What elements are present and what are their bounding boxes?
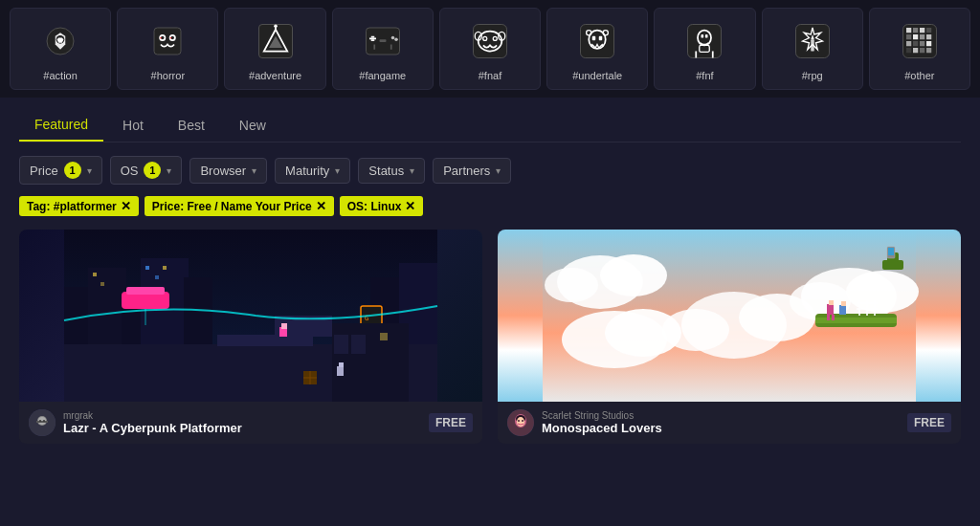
rpg-icon xyxy=(790,18,835,64)
svg-point-102 xyxy=(43,420,45,422)
tag-other-label: #other xyxy=(904,70,934,81)
games-grid: G MEAT xyxy=(19,230,961,444)
remove-os-icon[interactable]: ✕ xyxy=(405,199,415,213)
other-icon xyxy=(897,18,943,64)
remove-tag-icon[interactable]: ✕ xyxy=(121,199,131,213)
svg-rect-2 xyxy=(154,28,181,55)
fnf-icon xyxy=(681,18,727,64)
svg-rect-75 xyxy=(155,275,159,279)
tab-featured[interactable]: Featured xyxy=(19,109,103,142)
svg-rect-124 xyxy=(827,315,830,320)
tag-fangame[interactable]: #fangame xyxy=(332,8,434,90)
svg-point-114 xyxy=(605,309,681,357)
tab-new[interactable]: New xyxy=(224,109,281,142)
game-info-lazr: mrgrak Lazr - A Cyberpunk Platformer FRE… xyxy=(19,402,482,444)
game-price-monospaced: FREE xyxy=(907,413,951,432)
svg-rect-92 xyxy=(337,366,344,376)
active-filter-price[interactable]: Price: Free / Name Your Price ✕ xyxy=(145,196,334,216)
svg-rect-40 xyxy=(705,34,708,38)
svg-rect-52 xyxy=(906,34,911,39)
game-info-monospaced: Scarlet String Studios Monospaced Lovers… xyxy=(498,402,961,444)
tab-best[interactable]: Best xyxy=(163,109,220,142)
svg-point-106 xyxy=(545,268,598,302)
svg-rect-17 xyxy=(369,38,376,40)
tag-rpg[interactable]: #rpg xyxy=(762,8,863,90)
svg-point-105 xyxy=(600,254,667,296)
svg-rect-131 xyxy=(888,248,894,255)
horror-icon xyxy=(145,18,190,64)
fangame-icon xyxy=(360,18,406,64)
svg-point-8 xyxy=(170,37,172,39)
game-avatar-monospaced xyxy=(507,409,534,436)
status-chevron-icon: ▾ xyxy=(410,165,414,176)
remove-price-icon[interactable]: ✕ xyxy=(316,199,326,213)
svg-rect-45 xyxy=(811,39,814,51)
tag-horror[interactable]: #horror xyxy=(117,8,218,90)
adventure-icon xyxy=(253,18,299,64)
game-details-lazr: mrgrak Lazr - A Cyberpunk Platformer xyxy=(63,410,421,435)
svg-rect-59 xyxy=(926,41,931,46)
svg-point-13 xyxy=(274,25,278,29)
game-thumbnail-lazr: G MEAT xyxy=(19,230,482,402)
filter-maturity-label: Maturity xyxy=(285,164,329,178)
tag-fnaf[interactable]: #fnaf xyxy=(439,8,541,90)
svg-rect-58 xyxy=(920,41,924,46)
active-filters: Tag: #platformer ✕ Price: Free / Name Yo… xyxy=(19,196,961,216)
active-filter-os-label: OS: Linux xyxy=(347,200,402,213)
filter-price[interactable]: Price 1 ▾ xyxy=(19,156,102,185)
svg-point-28 xyxy=(494,37,497,40)
svg-rect-54 xyxy=(920,34,924,39)
svg-rect-89 xyxy=(334,335,348,354)
filter-status[interactable]: Status ▾ xyxy=(358,158,425,184)
svg-point-7 xyxy=(160,37,162,39)
partners-chevron-icon: ▾ xyxy=(496,165,501,176)
filter-price-label: Price xyxy=(30,164,58,178)
maturity-chevron-icon: ▾ xyxy=(335,165,340,176)
svg-point-101 xyxy=(39,420,41,422)
tabs-bar: Featured Hot Best New xyxy=(19,109,961,142)
svg-rect-61 xyxy=(913,48,918,53)
game-details-monospaced: Scarlet String Studios Monospaced Lovers xyxy=(542,410,900,435)
tag-undertale[interactable]: #undertale xyxy=(546,8,648,90)
svg-rect-126 xyxy=(839,305,846,315)
svg-rect-51 xyxy=(926,28,931,33)
svg-point-137 xyxy=(522,420,523,422)
filter-os[interactable]: OS 1 ▾ xyxy=(110,156,183,185)
svg-rect-63 xyxy=(926,48,931,53)
fnaf-icon xyxy=(467,18,513,64)
active-filter-tag-label: Tag: #platformer xyxy=(27,200,117,213)
svg-point-111 xyxy=(846,271,919,313)
svg-rect-125 xyxy=(832,315,835,320)
os-chevron-icon: ▾ xyxy=(167,165,171,176)
filter-partners[interactable]: Partners ▾ xyxy=(433,158,511,184)
svg-rect-90 xyxy=(351,335,366,354)
svg-rect-121 xyxy=(857,308,878,310)
undertale-icon xyxy=(574,18,620,64)
svg-point-27 xyxy=(483,37,486,40)
svg-rect-72 xyxy=(93,273,97,276)
tag-adventure[interactable]: #adventure xyxy=(224,8,325,90)
svg-rect-76 xyxy=(163,266,167,270)
game-card-monospaced[interactable]: Scarlet String Studios Monospaced Lovers… xyxy=(498,230,961,444)
active-filter-tag[interactable]: Tag: #platformer ✕ xyxy=(19,196,139,216)
game-card-lazr[interactable]: G MEAT xyxy=(19,230,482,444)
svg-rect-34 xyxy=(599,36,603,40)
tag-adventure-label: #adventure xyxy=(249,70,301,81)
game-title-monospaced: Monospaced Lovers xyxy=(542,421,900,435)
tab-hot[interactable]: Hot xyxy=(107,109,159,142)
svg-rect-74 xyxy=(145,266,149,270)
tag-fnf[interactable]: #fnf xyxy=(654,8,755,90)
active-filter-price-label: Price: Free / Name Your Price xyxy=(152,200,312,213)
main-content: Featured Hot Best New Price 1 ▾ OS 1 ▾ B… xyxy=(0,98,980,455)
active-filter-os[interactable]: OS: Linux ✕ xyxy=(340,196,424,216)
filter-status-label: Status xyxy=(368,164,404,178)
svg-rect-20 xyxy=(379,39,386,42)
filter-browser[interactable]: Browser ▾ xyxy=(189,158,267,184)
tag-action[interactable]: #action xyxy=(10,8,111,90)
filter-os-label: OS xyxy=(121,164,139,178)
svg-rect-57 xyxy=(913,41,918,46)
game-author-monospaced: Scarlet String Studios xyxy=(542,410,900,421)
filter-maturity[interactable]: Maturity ▾ xyxy=(275,158,350,184)
tag-other[interactable]: #other xyxy=(869,8,970,90)
svg-rect-62 xyxy=(920,48,924,53)
